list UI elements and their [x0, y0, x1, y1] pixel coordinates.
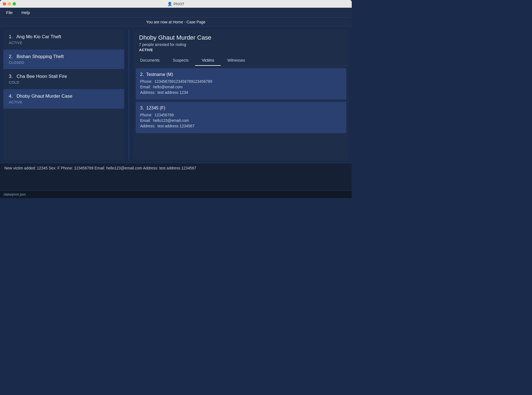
victim-2-address: Address: test address 1234567 — [140, 124, 342, 128]
tab-suspects[interactable]: Suspects — [166, 55, 195, 66]
case-2-title: 2. Bishan Shopping Theft — [9, 54, 119, 59]
case-2-status: CLOSED — [9, 61, 119, 65]
tab-documents[interactable]: Documents — [134, 55, 166, 66]
maximize-button[interactable] — [13, 2, 16, 6]
case-4-title: 4. Dhoby Ghaut Murder Case — [9, 94, 119, 99]
victim-item-2[interactable]: 3. 12345 (F) Phone: 123456789 Email: hel… — [136, 102, 346, 133]
nav-status-bar: You are now at Home - Case Page — [0, 18, 352, 26]
menu-file[interactable]: File — [4, 9, 14, 16]
title-bar: 👤 PIVOT — [0, 0, 352, 8]
victim-1-phone: Phone: 123456789123456789123456789 — [140, 79, 342, 84]
case-detail-panel: Dhoby Ghaut Murder Case 7 people arreste… — [134, 30, 348, 160]
case-item-3[interactable]: 3. Cha Bee Hoon Stall Fire COLD — [3, 69, 124, 89]
traffic-lights — [3, 2, 16, 6]
case-detail-subtitle: 7 people arrested for rioting — [139, 42, 343, 47]
tab-victims[interactable]: Victims — [195, 55, 221, 66]
log-text: New victim added: 12345 Sex: F Phone: 12… — [4, 166, 347, 170]
tab-witnesses[interactable]: Witnesses — [221, 55, 252, 66]
case-list-panel: 1. Ang Mo Kio Car Theft ACTIVE 2. Bishan… — [3, 30, 124, 160]
case-detail-status: ACTIVE — [139, 48, 343, 52]
victim-1-email: Email: hello@email.com — [140, 85, 342, 89]
case-3-status: COLD — [9, 80, 119, 84]
menu-help[interactable]: Help — [20, 9, 32, 16]
victim-2-email: Email: hello123@email.com — [140, 118, 342, 123]
main-content: 1. Ang Mo Kio Car Theft ACTIVE 2. Bishan… — [0, 26, 352, 163]
case-item-4[interactable]: 4. Dhoby Ghaut Murder Case ACTIVE — [3, 89, 124, 109]
case-list-scroll[interactable]: 1. Ang Mo Kio Car Theft ACTIVE 2. Bishan… — [3, 30, 124, 160]
close-button[interactable] — [3, 2, 6, 6]
tabs-bar: Documents Suspects Victims Witnesses — [134, 55, 348, 66]
bottom-bar: ./data/pivot.json — [0, 190, 352, 198]
victim-item-1[interactable]: 2. Testname (M) Phone: 12345678912345678… — [136, 68, 346, 100]
menu-bar: File Help — [0, 8, 352, 18]
victim-2-phone: Phone: 123456789 — [140, 113, 342, 117]
victim-1-name: 2. Testname (M) — [140, 72, 342, 77]
case-1-title: 1. Ang Mo Kio Car Theft — [9, 34, 119, 40]
nav-status-text: You are now at Home - Case Page — [146, 20, 206, 24]
case-detail-title: Dhoby Ghaut Murder Case — [139, 34, 343, 41]
case-3-title: 3. Cha Bee Hoon Stall Fire — [9, 74, 119, 79]
victims-list[interactable]: 2. Testname (M) Phone: 12345678912345678… — [134, 66, 348, 160]
case-detail-header: Dhoby Ghaut Murder Case 7 people arreste… — [134, 30, 348, 55]
case-4-status: ACTIVE — [9, 100, 119, 104]
victim-2-name: 3. 12345 (F) — [140, 106, 342, 111]
minimize-button[interactable] — [8, 2, 11, 6]
log-bar: New victim added: 12345 Sex: F Phone: 12… — [0, 163, 352, 190]
case-item-2[interactable]: 2. Bishan Shopping Theft CLOSED — [3, 50, 124, 69]
case-item-1[interactable]: 1. Ang Mo Kio Car Theft ACTIVE — [3, 30, 124, 50]
panel-separator — [129, 30, 129, 160]
victim-1-address: Address: test address 1234 — [140, 90, 342, 95]
case-1-status: ACTIVE — [9, 41, 119, 45]
window-title: 👤 PIVOT — [167, 2, 184, 6]
file-path: ./data/pivot.json — [3, 193, 26, 196]
window-icon: 👤 — [167, 2, 172, 6]
